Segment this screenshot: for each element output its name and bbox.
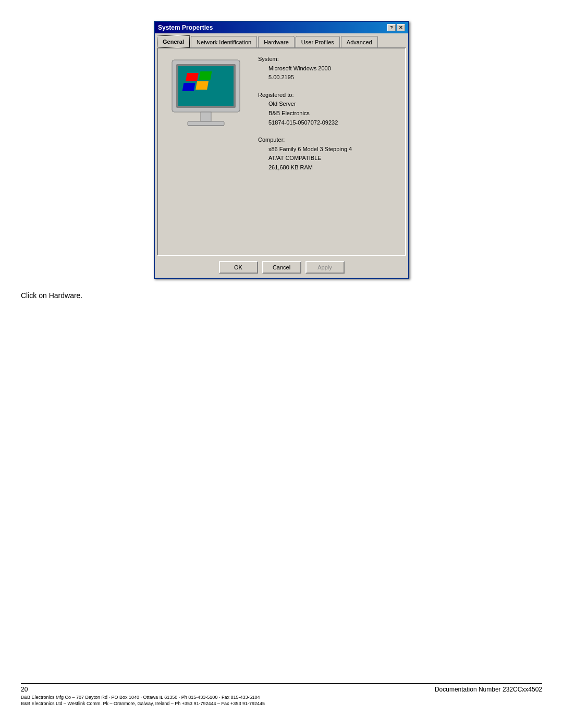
footer-top-row: 20 Documentation Number 232CCxx4502 <box>21 686 542 693</box>
computer-line1: x86 Family 6 Model 3 Stepping 4 <box>268 145 399 154</box>
svg-rect-4 <box>199 71 212 80</box>
content-inner: System: Microsoft Windows 2000 5.00.2195… <box>164 55 399 181</box>
computer-line2: AT/AT COMPATIBLE <box>268 154 399 163</box>
page-number: 20 <box>21 686 28 693</box>
buttons-row: OK Cancel Apply <box>155 258 408 278</box>
apply-button[interactable]: Apply <box>305 261 345 274</box>
system-label: System: <box>258 55 399 64</box>
title-bar: System Properties ? ✕ <box>155 22 408 33</box>
svg-rect-5 <box>182 83 195 91</box>
computer-label: Computer: <box>258 135 399 145</box>
page-footer: 20 Documentation Number 232CCxx4502 B&B … <box>21 683 542 707</box>
system-info: System: Microsoft Windows 2000 5.00.2195… <box>258 55 399 181</box>
dialog-content: System: Microsoft Windows 2000 5.00.2195… <box>157 47 406 256</box>
system-line2: 5.00.2195 <box>268 73 399 82</box>
computer-section: Computer: x86 Family 6 Model 3 Stepping … <box>258 135 399 172</box>
footer-address-line2: B&B Electronics Ltd – Westlink Comm. Pk … <box>21 700 542 707</box>
registered-line3: 51874-015-0507072-09232 <box>268 118 399 128</box>
registered-section: Registered to: Old Server B&B Electronic… <box>258 91 399 127</box>
page-container: System Properties ? ✕ General Network Id… <box>0 0 563 728</box>
registered-label: Registered to: <box>258 91 399 100</box>
tab-advanced[interactable]: Advanced <box>341 36 378 47</box>
system-properties-dialog: System Properties ? ✕ General Network Id… <box>154 21 409 279</box>
tabs-bar: General Network Identification Hardware … <box>155 33 408 47</box>
registered-line2: B&B Electronics <box>268 109 399 118</box>
windows-logo-monitor <box>167 55 245 138</box>
doc-number: Documentation Number 232CCxx4502 <box>435 686 542 693</box>
tab-hardware[interactable]: Hardware <box>258 36 295 47</box>
tab-general[interactable]: General <box>157 35 190 48</box>
close-button[interactable]: ✕ <box>397 24 405 31</box>
registered-line1: Old Server <box>268 100 399 109</box>
dialog-title: System Properties <box>158 24 213 31</box>
cancel-button[interactable]: Cancel <box>262 261 301 274</box>
tab-user-profiles[interactable]: User Profiles <box>296 36 340 47</box>
title-bar-controls: ? ✕ <box>387 24 405 31</box>
help-button[interactable]: ? <box>387 24 396 31</box>
svg-rect-6 <box>195 81 209 90</box>
svg-rect-7 <box>201 112 211 121</box>
instruction-text: Click on Hardware. <box>21 291 542 300</box>
footer-address-line1: B&B Electronics Mfg Co – 707 Dayton Rd ·… <box>21 694 542 701</box>
tab-network-identification[interactable]: Network Identification <box>191 36 257 47</box>
computer-line3: 261,680 KB RAM <box>268 163 399 172</box>
ok-button[interactable]: OK <box>219 261 258 274</box>
system-section: System: Microsoft Windows 2000 5.00.2195 <box>258 55 399 82</box>
monitor-illustration <box>164 55 248 181</box>
system-line1: Microsoft Windows 2000 <box>268 64 399 73</box>
svg-rect-3 <box>186 73 199 81</box>
svg-rect-8 <box>188 121 224 126</box>
